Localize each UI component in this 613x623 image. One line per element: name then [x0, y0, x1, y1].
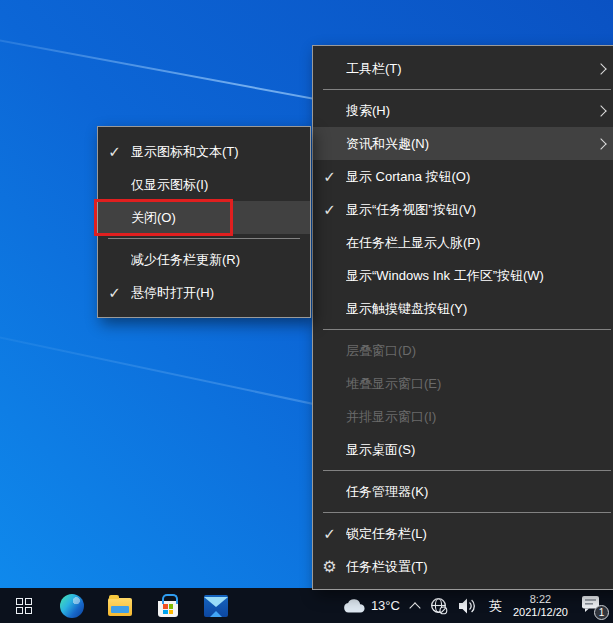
menu-item-label: 显示图标和文本(T): [131, 143, 294, 161]
gear-icon: ⚙: [322, 559, 336, 575]
taskbar-context-menu: 工具栏(T) 搜索(H) 资讯和兴趣(N) ✓ 显示 Cortana 按钮(O)…: [312, 45, 613, 590]
item-gutter: ⚙: [313, 559, 346, 575]
menu-item-label: 仅显示图标(I): [131, 176, 294, 194]
menu-separator: [323, 329, 611, 330]
taskbar-app-icons: [0, 588, 240, 623]
weather-widget[interactable]: 13°C: [343, 598, 400, 613]
notification-center-button[interactable]: 1: [581, 595, 605, 617]
menu-item-show-windows-ink-workspace-button[interactable]: 显示“Windows Ink 工作区”按钮(W): [313, 259, 613, 292]
menu-item-label: 锁定任务栏(L): [346, 525, 605, 543]
menu-item-label: 悬停时打开(H): [131, 284, 294, 302]
taskbar-clock[interactable]: 8:22 2021/12/20: [513, 593, 568, 619]
menu-separator: [323, 470, 611, 471]
start-button[interactable]: [0, 588, 48, 623]
item-gutter: ✓: [313, 202, 346, 217]
menu-item-label: 显示 Cortana 按钮(O): [346, 168, 605, 186]
menu-item-label: 显示桌面(S): [346, 441, 605, 459]
menu-separator: [323, 512, 611, 513]
file-explorer-icon: [108, 598, 132, 616]
submenu-item-show-icons-and-text[interactable]: ✓ 显示图标和文本(T): [98, 135, 310, 168]
mail-icon: [204, 595, 228, 617]
check-icon: ✓: [323, 169, 336, 184]
submenu-item-show-icons-only[interactable]: 仅显示图标(I): [98, 168, 310, 201]
clock-date: 2021/12/20: [513, 606, 568, 619]
windows-logo-icon: [16, 598, 32, 614]
menu-item-show-touch-keyboard-button[interactable]: 显示触摸键盘按钮(Y): [313, 292, 613, 325]
taskbar-mail-button[interactable]: [192, 588, 240, 623]
menu-item-label: 显示“任务视图”按钮(V): [346, 201, 605, 219]
menu-item-taskbar-settings[interactable]: ⚙ 任务栏设置(T): [313, 550, 613, 583]
volume-icon[interactable]: [459, 598, 478, 614]
input-language-indicator[interactable]: 英: [489, 597, 502, 615]
menu-item-label: 资讯和兴趣(N): [346, 135, 589, 153]
item-gutter: ✓: [98, 144, 131, 159]
menu-item-lock-taskbar[interactable]: ✓ 锁定任务栏(L): [313, 517, 613, 550]
taskbar-store-button[interactable]: [144, 588, 192, 623]
chevron-right-icon: [595, 138, 606, 149]
submenu-item-reduce-taskbar-updates[interactable]: 减少任务栏更新(R): [98, 243, 310, 276]
check-icon: ✓: [108, 285, 121, 300]
menu-item-label: 显示“Windows Ink 工作区”按钮(W): [346, 267, 605, 285]
system-tray: 13°C 英 8:22 2021/12/20 1: [343, 588, 613, 623]
menu-item-label: 任务栏设置(T): [346, 558, 605, 576]
chevron-right-icon: [595, 63, 606, 74]
menu-item-label: 搜索(H): [346, 102, 589, 120]
hidden-icons-chevron-icon[interactable]: [409, 602, 420, 613]
taskbar-file-explorer-button[interactable]: [96, 588, 144, 623]
item-gutter: ✓: [313, 526, 346, 541]
clock-time: 8:22: [513, 593, 568, 606]
menu-item-label: 层叠窗口(D): [346, 342, 605, 360]
menu-item-label: 工具栏(T): [346, 60, 589, 78]
check-icon: ✓: [108, 144, 121, 159]
temperature-label: 13°C: [371, 598, 400, 613]
menu-item-show-windows-stacked: 堆叠显示窗口(E): [313, 367, 613, 400]
microsoft-flag-icon: [163, 604, 173, 614]
check-icon: ✓: [323, 202, 336, 217]
submenu-item-open-on-hover[interactable]: ✓ 悬停时打开(H): [98, 276, 310, 309]
menu-item-label: 堆叠显示窗口(E): [346, 375, 605, 393]
menu-item-toolbars[interactable]: 工具栏(T): [313, 52, 613, 85]
item-gutter: ✓: [98, 285, 131, 300]
menu-item-show-task-view-button[interactable]: ✓ 显示“任务视图”按钮(V): [313, 193, 613, 226]
menu-item-label: 减少任务栏更新(R): [131, 251, 294, 269]
check-icon: ✓: [323, 526, 336, 541]
taskbar-edge-button[interactable]: [48, 588, 96, 623]
cloud-icon: [343, 599, 365, 613]
menu-item-label: 并排显示窗口(I): [346, 408, 605, 426]
menu-item-show-people-on-taskbar[interactable]: 在任务栏上显示人脉(P): [313, 226, 613, 259]
annotation-highlight-box: [94, 199, 233, 236]
microsoft-store-icon: [158, 601, 178, 617]
menu-item-label: 在任务栏上显示人脉(P): [346, 234, 605, 252]
menu-separator: [108, 238, 300, 239]
menu-item-cascade-windows: 层叠窗口(D): [313, 334, 613, 367]
menu-item-label: 显示触摸键盘按钮(Y): [346, 300, 605, 318]
notification-count-badge: 1: [594, 605, 609, 620]
taskbar: 13°C 英 8:22 2021/12/20 1: [0, 588, 613, 623]
network-no-internet-icon[interactable]: [430, 597, 448, 615]
menu-item-show-windows-side-by-side: 并排显示窗口(I): [313, 400, 613, 433]
menu-separator: [323, 89, 611, 90]
menu-item-news-and-interests[interactable]: 资讯和兴趣(N): [313, 127, 613, 160]
menu-item-search[interactable]: 搜索(H): [313, 94, 613, 127]
menu-item-label: 任务管理器(K): [346, 483, 605, 501]
item-gutter: ✓: [313, 169, 346, 184]
edge-browser-icon: [60, 594, 84, 618]
menu-item-show-desktop[interactable]: 显示桌面(S): [313, 433, 613, 466]
chevron-right-icon: [595, 105, 606, 116]
menu-item-show-cortana-button[interactable]: ✓ 显示 Cortana 按钮(O): [313, 160, 613, 193]
menu-item-task-manager[interactable]: 任务管理器(K): [313, 475, 613, 508]
